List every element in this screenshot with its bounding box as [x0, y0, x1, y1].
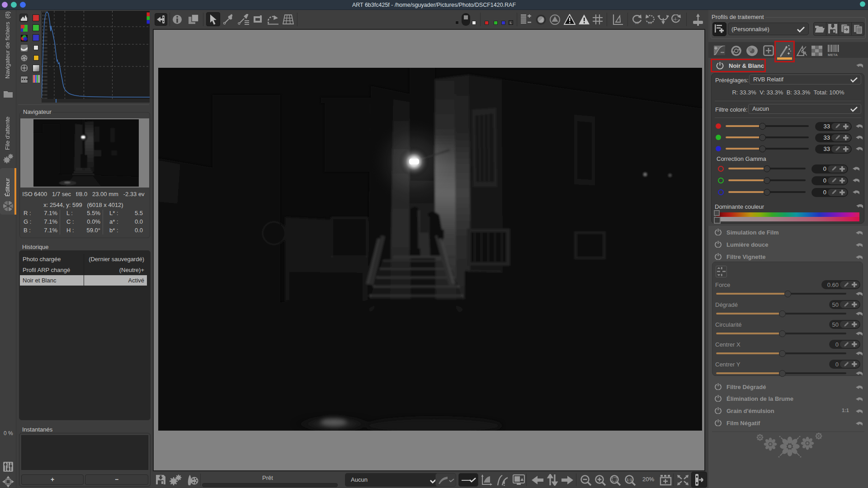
svg-text:META: META [828, 53, 838, 56]
svg-text:90°: 90° [635, 21, 640, 25]
svg-text:1:1: 1:1 [627, 478, 632, 482]
svg-text:90°: 90° [648, 21, 653, 25]
